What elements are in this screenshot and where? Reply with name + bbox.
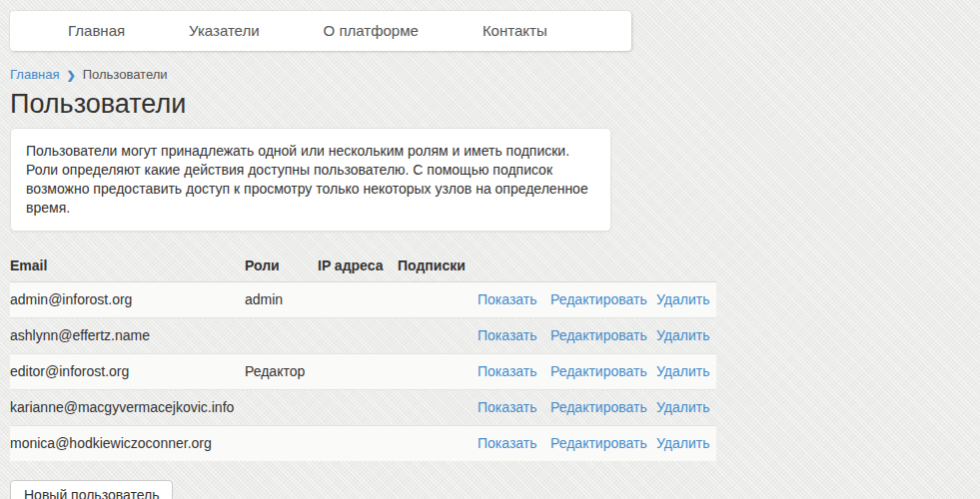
header-subscriptions: Подписки — [398, 252, 478, 282]
main-nav: Главная Указатели О платформе Контакты — [10, 11, 631, 51]
nav-link-contacts[interactable]: Контакты — [483, 11, 547, 51]
table-row: karianne@macgyvermacejkovic.info Показат… — [10, 390, 716, 426]
page-title: Пользователи — [10, 89, 970, 119]
edit-link[interactable]: Редактировать — [550, 399, 647, 415]
show-link[interactable]: Показать — [478, 435, 537, 451]
user-roles: admin — [245, 282, 318, 318]
user-ip — [318, 426, 398, 462]
table-row: editor@inforost.org Редактор Показать Ре… — [10, 354, 716, 390]
user-email: ashlynn@effertz.name — [10, 318, 245, 354]
header-roles: Роли — [245, 252, 318, 282]
header-ip: IP адреса — [318, 252, 398, 282]
user-email: monica@hodkiewiczoconner.org — [10, 426, 245, 462]
breadcrumb-chevron-icon: ❯ — [66, 69, 75, 81]
users-table-header: Email Роли IP адреса Подписки — [10, 252, 716, 282]
breadcrumb-current: Пользователи — [83, 67, 168, 82]
header-actions-spacer — [550, 252, 656, 282]
user-email: editor@inforost.org — [10, 354, 245, 390]
user-subscriptions — [398, 318, 478, 354]
user-subscriptions — [398, 282, 478, 318]
nav-item-home: Главная — [68, 11, 125, 51]
nav-link-about[interactable]: О платформе — [324, 11, 419, 51]
user-ip — [318, 390, 398, 426]
user-ip — [318, 318, 398, 354]
edit-link[interactable]: Редактировать — [550, 291, 647, 307]
user-subscriptions — [398, 426, 478, 462]
nav-item-about: О платформе — [324, 11, 419, 51]
user-subscriptions — [398, 354, 478, 390]
user-email: admin@inforost.org — [10, 282, 245, 318]
user-email: karianne@macgyvermacejkovic.info — [10, 390, 245, 426]
user-ip — [318, 282, 398, 318]
edit-link[interactable]: Редактировать — [550, 363, 647, 379]
edit-link[interactable]: Редактировать — [550, 327, 647, 343]
delete-link[interactable]: Удалить — [656, 291, 709, 307]
nav-list: Главная Указатели О платформе Контакты — [10, 11, 631, 51]
delete-link[interactable]: Удалить — [656, 435, 709, 451]
delete-link[interactable]: Удалить — [656, 399, 709, 415]
nav-item-indexes: Указатели — [189, 11, 260, 51]
info-box: Пользователи могут принадлежать одной ил… — [10, 128, 611, 232]
user-roles — [245, 318, 318, 354]
breadcrumb-home-link[interactable]: Главная — [10, 67, 59, 82]
user-roles: Редактор — [245, 354, 318, 390]
table-row: admin@inforost.org admin Показать Редакт… — [10, 282, 716, 318]
user-roles — [245, 426, 318, 462]
nav-link-home[interactable]: Главная — [68, 11, 125, 51]
header-actions-spacer — [656, 252, 716, 282]
users-table: Email Роли IP адреса Подписки admin@info… — [10, 252, 716, 461]
show-link[interactable]: Показать — [478, 327, 537, 343]
table-row: ashlynn@effertz.name Показать Редактиров… — [10, 318, 716, 354]
delete-link[interactable]: Удалить — [656, 363, 709, 379]
page-container: Главная Указатели О платформе Контакты Г… — [0, 0, 980, 499]
table-row: monica@hodkiewiczoconner.org Показать Ре… — [10, 426, 716, 462]
user-subscriptions — [398, 390, 478, 426]
nav-link-indexes[interactable]: Указатели — [189, 11, 260, 51]
show-link[interactable]: Показать — [478, 363, 537, 379]
user-roles — [245, 390, 318, 426]
header-email: Email — [10, 252, 245, 282]
show-link[interactable]: Показать — [478, 291, 537, 307]
edit-link[interactable]: Редактировать — [550, 435, 647, 451]
delete-link[interactable]: Удалить — [656, 327, 709, 343]
nav-item-contacts: Контакты — [483, 11, 547, 51]
info-text: Пользователи могут принадлежать одной ил… — [26, 142, 590, 218]
breadcrumb: Главная❯Пользователи — [10, 66, 970, 84]
header-actions-spacer — [478, 252, 550, 282]
show-link[interactable]: Показать — [478, 399, 537, 415]
new-user-button[interactable]: Новый пользователь — [10, 480, 173, 499]
user-ip — [318, 354, 398, 390]
